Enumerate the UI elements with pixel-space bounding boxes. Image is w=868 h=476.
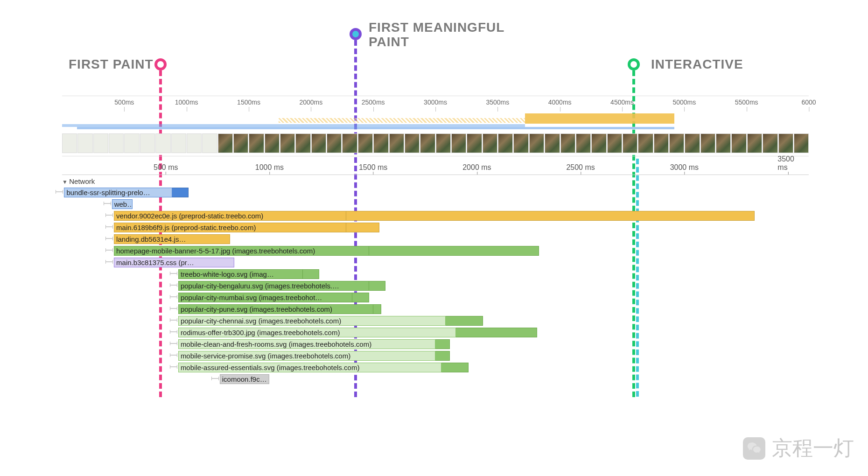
first-paint-dot-icon: [154, 58, 167, 70]
overview-tick: 5000ms: [672, 98, 696, 106]
network-row[interactable]: bundle-ssr-splitting-prelo…: [62, 187, 809, 198]
watermark: 京程一灯: [743, 434, 854, 462]
network-row[interactable]: popular-city-bengaluru.svg (images.treeb…: [62, 280, 809, 292]
filmstrip-frame: [778, 133, 793, 153]
filmstrip-frame: [545, 133, 560, 153]
filmstrip-frame: [716, 133, 731, 153]
request-whisker: [170, 343, 177, 344]
network-waterfall[interactable]: bundle-ssr-splitting-prelo…web…vendor.90…: [62, 187, 809, 385]
network-row[interactable]: mobile-service-promise.svg (images.treeb…: [62, 350, 809, 362]
request-whisker: [170, 320, 177, 321]
fmp-dot-icon: [350, 28, 362, 40]
network-row[interactable]: main.6189b6f9.js (preprod-static.treebo.…: [62, 222, 809, 233]
request-whisker: [105, 250, 113, 251]
request-bar[interactable]: vendor.9002ec0e.js (preprod-static.treeb…: [114, 211, 346, 221]
request-bar[interactable]: icomoon.f9c…: [220, 374, 270, 384]
request-label: homepage-mobile-banner-5-5-17.jpg (image…: [114, 247, 317, 255]
request-bar[interactable]: popular-city-chennai.svg (images.treeboh…: [178, 316, 446, 326]
request-bar[interactable]: mobile-assured-essentials.svg (images.tr…: [178, 363, 441, 372]
request-label: popular-city-mumbai.svg (images.treeboho…: [179, 294, 324, 301]
request-bar-tail: [373, 304, 382, 314]
request-label: landing.db5631e4.js…: [114, 235, 188, 243]
request-whisker: [170, 285, 177, 286]
request-whisker: [170, 366, 177, 367]
network-row[interactable]: main.b3c81375.css (pr…: [62, 257, 809, 268]
request-label: vendor.9002ec0e.js (preprod-static.treeb…: [114, 212, 265, 220]
request-bar[interactable]: popular-city-mumbai.svg (images.treeboho…: [178, 293, 352, 302]
filmstrip-frame: [420, 133, 435, 153]
request-bar-tail: [346, 211, 755, 221]
filmstrip-frame: [436, 133, 451, 153]
request-bar[interactable]: mobile-service-promise.svg (images.treeb…: [178, 351, 435, 361]
request-bar-tail: [456, 328, 537, 337]
network-row[interactable]: mobile-clean-and-fresh-rooms.svg (images…: [62, 338, 809, 350]
filmstrip-frame: [295, 133, 310, 153]
request-bar[interactable]: popular-city-bengaluru.svg (images.treeb…: [178, 281, 369, 291]
filmstrip-frame: [483, 133, 497, 153]
request-bar[interactable]: landing.db5631e4.js…: [114, 234, 230, 244]
filmstrip-frame: [513, 133, 528, 153]
request-bar[interactable]: treebo-white-logo.svg (imag…: [178, 269, 303, 279]
overview-tick: 3000ms: [424, 98, 447, 106]
request-bar[interactable]: bundle-ssr-splitting-prelo…: [64, 188, 172, 197]
overview-tick: 5500ms: [735, 98, 758, 106]
filmstrip-frame: [171, 133, 186, 153]
request-label: web…: [112, 200, 133, 208]
network-row[interactable]: rodimus-offer-trb300.jpg (images.treeboh…: [62, 327, 809, 338]
request-whisker: [170, 308, 177, 309]
request-whisker: [211, 378, 219, 379]
filmstrip-frame: [498, 133, 513, 153]
network-row[interactable]: treebo-white-logo.svg (imag…: [62, 268, 809, 280]
request-bar[interactable]: homepage-mobile-banner-5-5-17.jpg (image…: [114, 246, 369, 256]
network-row[interactable]: popular-city-pune.svg (images.treebohote…: [62, 303, 809, 315]
request-label: popular-city-bengaluru.svg (images.treeb…: [179, 282, 341, 290]
request-label: mobile-service-promise.svg (images.treeb…: [179, 352, 352, 360]
network-row[interactable]: popular-city-chennai.svg (images.treeboh…: [62, 315, 809, 327]
network-row[interactable]: homepage-mobile-banner-5-5-17.jpg (image…: [62, 245, 809, 257]
fmp-label: FIRST MEANINGFUL PAINT: [369, 21, 537, 49]
filmstrip-frame: [794, 133, 809, 153]
overview-tick: 2500ms: [362, 98, 385, 106]
interactive-label: INTERACTIVE: [651, 57, 743, 72]
filmstrip-frame: [358, 133, 373, 153]
filmstrip-frame: [373, 133, 388, 153]
request-bar[interactable]: rodimus-offer-trb300.jpg (images.treeboh…: [178, 328, 456, 337]
network-row[interactable]: icomoon.f9c…: [62, 373, 809, 385]
filmstrip-frame: [638, 133, 653, 153]
filmstrip-frame: [467, 133, 482, 153]
request-bar[interactable]: main.b3c81375.css (pr…: [114, 258, 234, 267]
network-section-header[interactable]: Network: [62, 177, 95, 185]
request-whisker: [105, 238, 113, 239]
filmstrip-frame: [202, 133, 217, 153]
filmstrip-frame: [155, 133, 170, 153]
filmstrip-frame: [700, 133, 715, 153]
request-whisker: [105, 226, 113, 227]
request-bar-tail: [303, 269, 320, 279]
filmstrip-frame: [140, 133, 155, 153]
network-row[interactable]: popular-city-mumbai.svg (images.treeboho…: [62, 292, 809, 303]
network-row[interactable]: web…: [62, 198, 809, 210]
filmstrip-frame: [685, 133, 700, 153]
detail-tick: 3000 ms: [670, 163, 699, 172]
request-whisker: [105, 261, 113, 262]
filmstrip-frame: [77, 133, 92, 153]
request-whisker: [170, 331, 177, 332]
network-row[interactable]: vendor.9002ec0e.js (preprod-static.treeb…: [62, 210, 809, 222]
network-row[interactable]: landing.db5631e4.js…: [62, 233, 809, 245]
detail-ruler[interactable]: 500 ms1000 ms1500 ms2000 ms2500 ms3000 m…: [62, 161, 809, 175]
request-bar[interactable]: main.6189b6f9.js (preprod-static.treebo.…: [114, 223, 346, 232]
request-bar[interactable]: web…: [112, 199, 133, 209]
overview-timeline[interactable]: 500ms1000ms1500ms2000ms2500ms3000ms3500m…: [62, 96, 809, 156]
filmstrip-frame: [654, 133, 669, 153]
request-bar-tail: [352, 293, 369, 302]
request-label: rodimus-offer-trb300.jpg (images.treeboh…: [179, 329, 342, 336]
request-bar[interactable]: popular-city-pune.svg (images.treebohote…: [178, 304, 373, 314]
interactive-dot-icon: [628, 58, 640, 70]
filmstrip-frame: [124, 133, 139, 153]
detail-tick: 2000 ms: [462, 163, 491, 172]
request-bar[interactable]: mobile-clean-and-fresh-rooms.svg (images…: [178, 339, 435, 349]
filmstrip-frame: [93, 133, 108, 153]
request-label: main.6189b6f9.js (preprod-static.treebo.…: [114, 224, 258, 231]
network-row[interactable]: mobile-assured-essentials.svg (images.tr…: [62, 362, 809, 373]
overview-tick: 1500ms: [237, 98, 260, 106]
